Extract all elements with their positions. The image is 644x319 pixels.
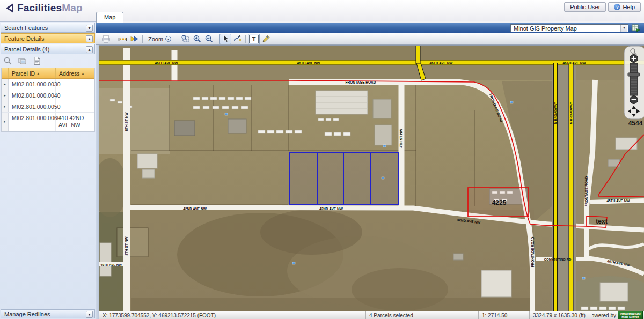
map-selector-value: Minot GIS Property Map xyxy=(511,25,620,32)
status-map-extent: 3324.79 x 1635.30 (ft) xyxy=(530,311,592,319)
address-header-label: Address xyxy=(59,70,80,77)
address-cell xyxy=(56,90,94,101)
status-map-scale: 1: 2714.50 xyxy=(479,311,530,319)
header-gutter xyxy=(2,68,9,78)
column-header-address[interactable]: Address xyxy=(56,68,94,78)
powered-by-label: Powered by xyxy=(592,313,616,318)
brand-line-1: Infrastructure xyxy=(620,312,641,315)
road-label-42nd-ave-1: 42ND AVE NW xyxy=(183,207,207,211)
zoom-out-control minus-icon[interactable] xyxy=(630,96,638,104)
row-selector-icon[interactable] xyxy=(2,90,9,101)
manage-redlines-expand-button chevron-down-icon[interactable] xyxy=(86,311,93,318)
map-zoom-control[interactable] xyxy=(624,46,644,119)
parcel-id-cell: MI02.801.000.0060 xyxy=(9,113,56,131)
zoom-out-button magnifier-minus-icon[interactable] xyxy=(203,34,215,44)
address-cell xyxy=(56,79,94,90)
feature-details-collapse-button chevron-up-icon[interactable] xyxy=(86,35,93,42)
redline-text-annotation: text xyxy=(596,218,607,225)
search-features-label: Search Features xyxy=(4,25,48,31)
tab-map[interactable]: Map xyxy=(96,12,123,23)
road-label-frontage-road-h: FRONTAGE ROAD xyxy=(346,80,376,84)
report-document-icon[interactable] xyxy=(32,56,41,65)
parcel-details-label: Parcel Details (4) xyxy=(4,46,49,53)
pan-button double-arrow-icon[interactable] xyxy=(128,34,140,44)
chevron-down-icon xyxy=(620,25,627,32)
row-selector-icon[interactable] xyxy=(2,101,9,112)
map-layers-export-icon[interactable] xyxy=(632,24,640,32)
sidebar: Search Features Feature Details Parcel D… xyxy=(0,21,96,319)
row-selector-icon[interactable] xyxy=(2,79,9,90)
sort-asc-icon xyxy=(36,72,40,75)
text-tool-button[interactable]: T xyxy=(248,34,260,44)
status-coordinates: X: 1773599.704552, Y: 469213.572215 (FOO… xyxy=(99,311,366,319)
address-cell xyxy=(56,101,94,112)
zoom-to-selection-icon[interactable] xyxy=(3,56,12,65)
parcel-id-header-label: Parcel ID xyxy=(12,70,35,77)
zoom-dropdown-button[interactable]: Zoom xyxy=(145,34,174,44)
panel-parcel-details[interactable]: Parcel Details (4) xyxy=(1,44,95,54)
road-label-46th-ave-3: 46TH AVE NW xyxy=(430,61,453,65)
tab-strip: Map xyxy=(96,12,123,23)
parcel-tools xyxy=(0,54,96,67)
measure-button ruler-icon[interactable] xyxy=(116,34,128,44)
zoom-in-button magnifier-plus-icon[interactable] xyxy=(191,34,203,44)
manage-redlines-label: Manage Redlines xyxy=(4,311,50,317)
parcel-table-header: Parcel ID Address xyxy=(2,68,94,79)
table-row[interactable]: MI02.801.000.0060 410 42ND AVE NW xyxy=(2,113,94,131)
select-tool-button cursor-icon[interactable] xyxy=(219,34,231,44)
sidebar-filler xyxy=(0,132,96,309)
parcel-id-cell: MI02.801.000.0050 xyxy=(9,101,56,112)
help-label: Help xyxy=(623,4,635,10)
help-button[interactable]: Help xyxy=(608,2,641,12)
road-label-46th-ave-2: 46TH AVE NW xyxy=(297,61,321,65)
toolbar-separator xyxy=(114,35,114,43)
sidebar-resizer[interactable] xyxy=(96,21,99,319)
parcel-label-4225: 4225 xyxy=(492,199,507,206)
zoom-window-button zoom-box-icon[interactable] xyxy=(179,34,191,44)
logo-text: FacilitiesMap xyxy=(17,2,83,14)
panel-feature-details[interactable]: Feature Details xyxy=(1,33,95,43)
public-user-button[interactable]: Public User xyxy=(564,2,606,12)
redline-select-button rotate-arrow-icon[interactable] xyxy=(231,34,243,44)
row-selector-icon[interactable] xyxy=(2,113,9,131)
road-label-8th-st-2: 8TH ST NW xyxy=(125,236,128,256)
aerial-map[interactable]: 46TH AVE NW 46TH AVE NW 46TH AVE NW 46TH… xyxy=(99,46,644,311)
map-tab-label: Map xyxy=(104,14,115,20)
logo-map: Map xyxy=(62,2,83,13)
road-label-42nd-ave-2: 42ND AVE NW xyxy=(319,207,343,211)
parcel-details-collapse-button chevron-up-icon[interactable] xyxy=(86,46,93,53)
table-row[interactable]: MI02.801.000.0030 xyxy=(2,79,94,90)
table-row[interactable]: MI02.801.000.0040 xyxy=(2,90,94,101)
road-label-40th-ave-left: 40TH AVE NW xyxy=(100,263,122,266)
draw-tool-button pencil-icon[interactable] xyxy=(260,34,272,44)
print-button printer-icon[interactable] xyxy=(100,34,112,44)
parcel-table: Parcel ID Address MI02.801.000.0030 MI02… xyxy=(1,68,95,132)
infrastructure-map-server-badge: Infrastructure Map Server xyxy=(618,311,643,319)
road-label-frontage-road-v2: FRONTAGE ROAD xyxy=(584,176,588,206)
toolbar-separator xyxy=(217,35,217,43)
export-image-icon[interactable] xyxy=(18,56,27,65)
panel-manage-redlines[interactable]: Manage Redlines xyxy=(1,309,95,318)
search-features-collapse-button chevron-down-icon[interactable] xyxy=(86,25,93,32)
map-toolbar: Zoom xyxy=(96,33,644,45)
brand-line-2: Map Server xyxy=(621,315,639,318)
logo-facilities: Facilities xyxy=(17,2,62,13)
road-label-frontage-road-v1: FRONTAGE ROAD xyxy=(531,236,535,267)
column-header-parcel-id[interactable]: Parcel ID xyxy=(9,68,56,78)
chevron-down-circle-icon xyxy=(165,36,171,42)
top-buttons: Public User Help xyxy=(564,2,641,12)
panel-search-features[interactable]: Search Features xyxy=(1,23,95,33)
table-row[interactable]: MI02.801.000.0050 xyxy=(2,101,94,113)
road-label-8th-st-1: 8TH ST NW xyxy=(125,112,128,131)
facilitiesmap-app: FacilitiesMap Public User Help Search Fe… xyxy=(0,0,644,319)
road-label-45th-ave: 45TH AVE NW xyxy=(607,199,631,203)
public-user-label: Public User xyxy=(570,4,600,10)
zoom-in-control plus-icon[interactable] xyxy=(630,55,638,63)
map-viewport[interactable]: 46TH AVE NW 46TH AVE NW 46TH AVE NW 46TH… xyxy=(99,45,644,311)
app-logo: FacilitiesMap xyxy=(4,2,83,14)
status-bar: X: 1773599.704552, Y: 469213.572215 (FOO… xyxy=(99,311,644,319)
zoom-slider-handle[interactable] xyxy=(628,73,640,76)
map-selector-dropdown[interactable]: Minot GIS Property Map xyxy=(510,24,628,32)
road-label-46th-ave-4: 46TH AVE NW xyxy=(563,61,587,65)
status-selection-count: 4 Parcels selected xyxy=(366,311,479,319)
